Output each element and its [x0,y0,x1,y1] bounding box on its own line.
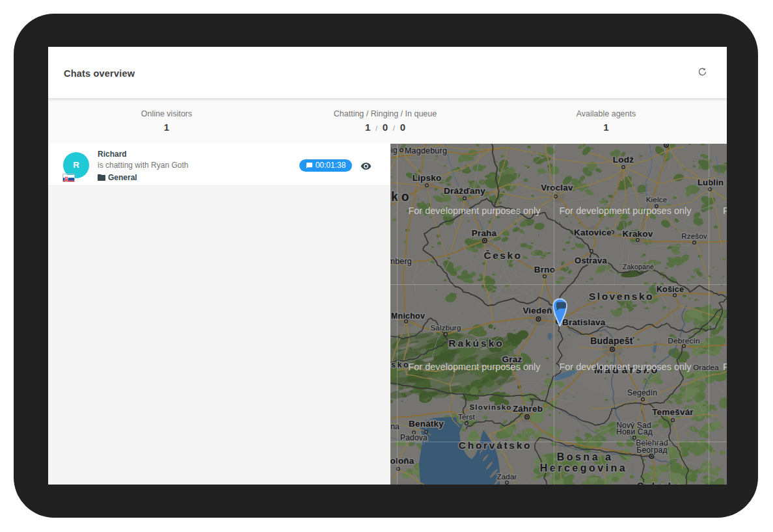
svg-text:For development purposes only: For development purposes only [408,206,541,216]
svg-text:For development purposes only: For development purposes only [723,206,727,216]
svg-text:For development purposes only: For development purposes only [408,362,541,372]
svg-text:For development purposes only: For development purposes only [559,362,692,372]
svg-text:For development purposes only: For development purposes only [723,362,727,372]
svg-text:For development purposes only: For development purposes only [559,206,692,216]
